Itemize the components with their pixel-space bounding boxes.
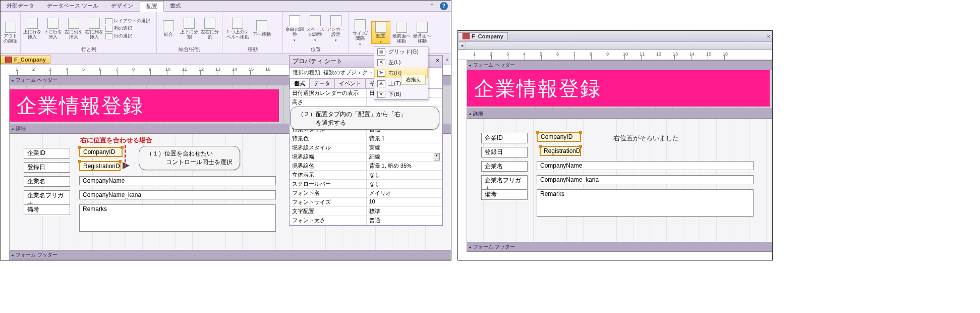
prop-value[interactable]: 10 xyxy=(366,198,443,207)
label-reg-date[interactable]: 登録日 xyxy=(24,162,70,173)
align-bottom-item[interactable]: ⮟下(B) xyxy=(374,89,428,99)
align-top-icon: ⮝ xyxy=(377,80,385,87)
prop-value[interactable]: 背景 1, 暗め 35% xyxy=(366,162,443,171)
bring-front-button[interactable]: 最前面へ移動 xyxy=(392,22,411,44)
move-up-level-button[interactable]: 1 つ上のレベルへ移動 xyxy=(224,18,251,40)
ribbon-tab-arrange[interactable]: 配置 xyxy=(140,1,164,12)
form-tab-title: F_Company xyxy=(14,57,46,63)
field-reg-date-right[interactable]: RegistrationD xyxy=(540,146,581,156)
field-company-name[interactable]: CompanyName xyxy=(79,176,276,185)
label-reg-date-right[interactable]: 登録日 xyxy=(481,147,528,158)
prop-value[interactable]: 実線 xyxy=(366,143,443,152)
arrow-right-icon xyxy=(123,162,130,169)
prop-key: フォント名 xyxy=(290,189,366,198)
move-down-button[interactable]: 下へ移動 xyxy=(252,20,271,37)
callout-step1: （１）位置を合わせたい コントロール同士を選択 xyxy=(139,146,240,170)
field-company-name-right[interactable]: CompanyName xyxy=(537,161,754,170)
spacing-button[interactable]: スペースの調整▾ xyxy=(306,15,325,42)
help-icon[interactable]: ? xyxy=(440,2,448,10)
field-remarks-right[interactable]: Remarks xyxy=(537,189,754,217)
prop-value[interactable]: なし xyxy=(366,180,443,189)
label-company-name[interactable]: 企業名 xyxy=(24,176,70,187)
prop-key: スクロールバー xyxy=(290,180,366,189)
ribbon-tabs: 外部データ データベース ツール デザイン 配置 書式 ⌃ ? xyxy=(1,1,451,12)
align-left-item[interactable]: ⮜左(L) xyxy=(374,57,428,68)
size-spacing-button[interactable]: サイズ/間隔▾ xyxy=(351,19,370,46)
alignment-guide xyxy=(125,145,126,167)
ribbon-collapse-icon[interactable]: ⌃ xyxy=(428,2,436,10)
prop-value[interactable]: 背景 1 xyxy=(366,134,443,143)
ribbon-group-move-label: 移動 xyxy=(222,45,282,54)
prop-value[interactable]: 普通 xyxy=(366,216,443,225)
ribbon-tab-design[interactable]: デザイン xyxy=(105,1,140,11)
prop-key: 立体表示 xyxy=(290,171,366,180)
prop-key: 日付選択カレンダーの表示 xyxy=(290,89,366,98)
form-footer-section-bar[interactable]: ◄フォーム フッター xyxy=(10,250,451,260)
select-layout-button[interactable]: レイアウトの選択 xyxy=(105,18,150,24)
instruction-red-note: 右に位置を合わせる場合 xyxy=(80,136,152,145)
form-icon xyxy=(5,57,12,63)
insert-col-right-button[interactable]: 右に列を挿入 xyxy=(85,18,104,40)
scroll-left-button[interactable]: ◄ xyxy=(458,42,466,49)
align-dropdown-menu: ▦グリッド(G) ⮜左(L) ⮞右(R) ⮝上(T) ⮟下(B) 右揃え xyxy=(374,46,428,100)
prop-value[interactable]: なし xyxy=(366,171,443,180)
split-v-button[interactable]: 上下に分割 xyxy=(180,18,199,40)
select-column-button[interactable]: 列の選択 xyxy=(105,25,150,32)
field-reg-date[interactable]: RegistrationD xyxy=(79,161,121,171)
form-icon xyxy=(463,33,470,39)
ps-tab-event[interactable]: イベント xyxy=(334,78,366,88)
anchor-button[interactable]: アンカー設定▾ xyxy=(326,15,345,42)
insert-col-left-button[interactable]: 左に列を挿入 xyxy=(64,18,83,40)
label-company-id[interactable]: 企業ID xyxy=(24,148,70,159)
right-window: F_Company × ◄ 12345678910111213141516 ◄フ… xyxy=(457,30,773,260)
label-remarks[interactable]: 備考 xyxy=(24,204,70,215)
field-remarks[interactable]: Remarks xyxy=(79,204,276,232)
ribbon-tab-format[interactable]: 書式 xyxy=(164,1,188,11)
insert-row-above-button[interactable]: 上に行を挿入 xyxy=(23,18,42,40)
align-button[interactable]: 配置▾ xyxy=(371,21,390,44)
ribbon-tab-dbtools[interactable]: データベース ツール xyxy=(41,1,105,11)
remove-layout-label: アウトの削除 xyxy=(3,34,18,44)
merge-button[interactable]: 結合 xyxy=(159,20,178,37)
form-tab-close-icon[interactable]: × xyxy=(446,57,451,63)
margin-button[interactable]: 余白の調整▾ xyxy=(285,15,304,42)
result-note: 右位置がそろいました xyxy=(613,134,679,143)
send-back-button[interactable]: 最背面へ移動 xyxy=(413,22,432,44)
field-company-name-kana[interactable]: CompanyName_kana xyxy=(79,190,276,199)
select-row-button[interactable]: 行の選択 xyxy=(105,33,150,39)
prop-value[interactable]: メイリオ xyxy=(366,189,443,198)
field-company-id[interactable]: CompanyID xyxy=(79,147,123,157)
grid-icon: ▦ xyxy=(377,48,385,56)
form-tab-close-icon-right[interactable]: × xyxy=(767,33,772,39)
form-header-banner[interactable]: 企業情報登録 xyxy=(10,89,279,122)
align-bottom-icon: ⮟ xyxy=(377,91,385,98)
ribbon-group-position-label: 位置 xyxy=(283,45,348,54)
detail-section-bar-right[interactable]: ◄詳細 xyxy=(467,109,772,119)
form-tab[interactable]: F_Company xyxy=(1,56,50,64)
label-remarks-right[interactable]: 備考 xyxy=(481,189,528,200)
remove-layout-button[interactable]: アウトの削除 xyxy=(3,22,18,44)
form-tab-right[interactable]: F_Company xyxy=(458,32,508,40)
field-company-id-right[interactable]: CompanyID xyxy=(537,132,581,142)
insert-row-below-button[interactable]: 下に行を挿入 xyxy=(43,18,63,40)
form-footer-section-bar-right[interactable]: ◄フォーム フッター xyxy=(467,242,772,252)
split-h-button[interactable]: 左右に分割 xyxy=(200,18,219,40)
prop-value[interactable]: 細線▾ xyxy=(366,152,443,162)
align-left-icon: ⮜ xyxy=(377,59,385,66)
prop-key: 文字配置 xyxy=(290,207,366,216)
form-header-section-bar-right[interactable]: ◄フォーム ヘッダー xyxy=(467,60,772,70)
callout-step2: （２）配置タブ内の「配置」から「右」 を選択する xyxy=(290,107,439,130)
label-company-id-right[interactable]: 企業ID xyxy=(481,133,528,143)
ribbon-tab-external-data[interactable]: 外部データ xyxy=(1,1,41,11)
horizontal-scrollbar-top[interactable]: ◄ xyxy=(458,42,772,50)
align-tooltip: 右揃え xyxy=(401,75,426,85)
prop-key: 境界線色 xyxy=(290,162,366,171)
ps-tab-format[interactable]: 書式 xyxy=(290,78,310,88)
form-header-banner-right[interactable]: 企業情報登録 xyxy=(467,70,770,107)
property-sheet-close-icon[interactable]: × xyxy=(436,57,439,66)
prop-value[interactable]: 標準 xyxy=(366,207,443,216)
field-company-name-kana-right[interactable]: CompanyName_kana xyxy=(537,175,754,184)
label-company-name-right[interactable]: 企業名 xyxy=(481,161,528,172)
ps-tab-data[interactable]: データ xyxy=(309,78,335,88)
align-grid-item[interactable]: ▦グリッド(G) xyxy=(374,46,428,57)
